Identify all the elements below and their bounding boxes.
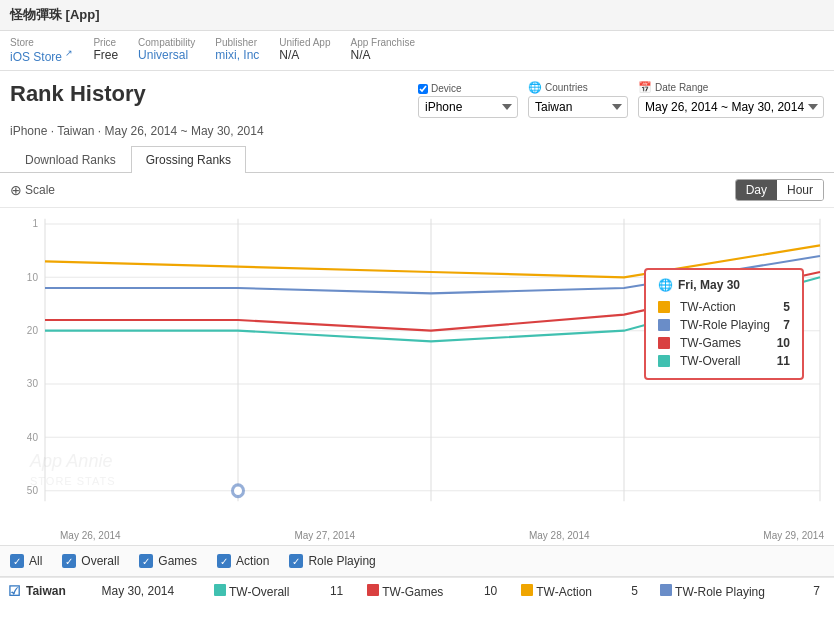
x-label-may29: May 29, 2014	[763, 530, 824, 541]
action-color-dot	[658, 301, 670, 313]
x-axis-labels: May 26, 2014 May 27, 2014 May 28, 2014 M…	[0, 528, 834, 545]
device-select[interactable]: iPhone iPad All	[418, 96, 518, 118]
controls-area: Device iPhone iPad All 🌐 Countries Taiwa…	[418, 81, 824, 118]
table-country: ☑ Taiwan	[0, 578, 93, 605]
svg-text:20: 20	[27, 325, 38, 336]
rank-history-title-area: Rank History	[10, 81, 146, 107]
roleplaying-dot	[660, 584, 672, 596]
chart-toolbar: ⊕ Scale Day Hour	[0, 173, 834, 208]
app-title: 怪物彈珠 [App]	[0, 0, 834, 31]
device-control: Device iPhone iPad All	[418, 83, 518, 118]
games-dot	[367, 584, 379, 596]
tab-download-ranks[interactable]: Download Ranks	[10, 146, 131, 173]
overall-value: 11	[777, 354, 790, 368]
meta-franchise-value: N/A	[350, 48, 414, 62]
tooltip-row-overall: TW-Overall 11	[658, 352, 790, 370]
tooltip-row-games: TW-Games 10	[658, 334, 790, 352]
svg-text:1: 1	[32, 218, 38, 229]
legend-roleplaying[interactable]: ✓ Role Playing	[289, 554, 375, 568]
tooltip-date: 🌐 Fri, May 30	[658, 278, 790, 292]
meta-publisher-label: Publisher	[215, 37, 259, 48]
table-entry-3-val: 7	[805, 578, 834, 605]
globe-icon: 🌐	[658, 278, 673, 292]
action-value: 5	[783, 300, 790, 314]
scale-control: ⊕ Scale	[10, 182, 55, 198]
tooltip-box: 🌐 Fri, May 30 TW-Action 5 TW-Role Playin…	[644, 268, 804, 380]
device-checkbox[interactable]	[418, 84, 428, 94]
x-label-may27: May 27, 2014	[294, 530, 355, 541]
svg-text:10: 10	[27, 271, 38, 282]
meta-unified-label: Unified App	[279, 37, 330, 48]
meta-franchise-label: App Franchise	[350, 37, 414, 48]
legend-games-check: ✓	[139, 554, 153, 568]
meta-publisher-value: mixi, Inc	[215, 48, 259, 62]
roleplaying-color-dot	[658, 319, 670, 331]
legend-action[interactable]: ✓ Action	[217, 554, 269, 568]
table-row: ☑ Taiwan May 30, 2014 TW-Overall 11 TW-G…	[0, 578, 834, 605]
games-color-dot	[658, 337, 670, 349]
meta-store-label: Store	[10, 37, 73, 48]
legend-roleplaying-check: ✓	[289, 554, 303, 568]
x-label-may28: May 28, 2014	[529, 530, 590, 541]
meta-franchise: App Franchise N/A	[350, 37, 414, 62]
legend-overall[interactable]: ✓ Overall	[62, 554, 119, 568]
checkbox-icon[interactable]: ☑	[8, 583, 21, 599]
overall-color-dot	[658, 355, 670, 367]
overall-dot	[214, 584, 226, 596]
legend-overall-check: ✓	[62, 554, 76, 568]
hour-toggle-button[interactable]: Hour	[777, 180, 823, 200]
legend-all-label: All	[29, 554, 42, 568]
roleplaying-value: 7	[783, 318, 790, 332]
watermark: App Annie STORE STATS	[30, 450, 116, 488]
overall-label: TW-Overall	[680, 354, 767, 368]
table-entry-2: TW-Action	[513, 578, 623, 605]
meta-unified: Unified App N/A	[279, 37, 330, 62]
action-dot	[521, 584, 533, 596]
games-value: 10	[777, 336, 790, 350]
svg-text:30: 30	[27, 378, 38, 389]
legend-games[interactable]: ✓ Games	[139, 554, 197, 568]
svg-text:40: 40	[27, 431, 38, 442]
table-entry-1: TW-Games	[359, 578, 476, 605]
action-label: TW-Action	[680, 300, 773, 314]
tab-grossing-ranks[interactable]: Grossing Ranks	[131, 146, 246, 173]
legend-all[interactable]: ✓ All	[10, 554, 42, 568]
watermark-line1: App Annie	[30, 450, 116, 473]
legend-action-label: Action	[236, 554, 269, 568]
chart-subtitle: iPhone · Taiwan · May 26, 2014 ~ May 30,…	[0, 122, 834, 146]
date-range-label: 📅 Date Range	[638, 81, 824, 94]
table-entry-0-val: 11	[322, 578, 359, 605]
meta-bar: Store iOS Store ↗ Price Free Compatibili…	[0, 31, 834, 71]
countries-label: 🌐 Countries	[528, 81, 628, 94]
tooltip-row-roleplaying: TW-Role Playing 7	[658, 316, 790, 334]
tabs-bar: Download Ranks Grossing Ranks	[0, 146, 834, 173]
rank-history-header: Rank History Device iPhone iPad All 🌐 Co…	[0, 71, 834, 122]
data-table: ☑ Taiwan May 30, 2014 TW-Overall 11 TW-G…	[0, 577, 834, 604]
day-hour-toggle: Day Hour	[735, 179, 824, 201]
chart-area: 1 10 20 30 40 50 🌐	[0, 208, 834, 528]
legend-games-label: Games	[158, 554, 197, 568]
rank-history-title: Rank History	[10, 81, 146, 107]
table-date: May 30, 2014	[93, 578, 205, 605]
table-entry-0: TW-Overall	[206, 578, 322, 605]
meta-compatibility-value: Universal	[138, 48, 195, 62]
date-range-select[interactable]: May 26, 2014 ~ May 30, 2014	[638, 96, 824, 118]
magnify-icon: ⊕	[10, 182, 22, 198]
meta-publisher: Publisher mixi, Inc	[215, 37, 259, 62]
x-label-may26: May 26, 2014	[60, 530, 121, 541]
watermark-line2: STORE STATS	[30, 474, 116, 488]
legend-all-check: ✓	[10, 554, 24, 568]
meta-compatibility: Compatibility Universal	[138, 37, 195, 62]
meta-store: Store iOS Store ↗	[10, 37, 73, 64]
table-entry-3: TW-Role Playing	[652, 578, 805, 605]
legend-roleplaying-label: Role Playing	[308, 554, 375, 568]
date-range-control: 📅 Date Range May 26, 2014 ~ May 30, 2014	[638, 81, 824, 118]
legend-bar: ✓ All ✓ Overall ✓ Games ✓ Action ✓ Role …	[0, 545, 834, 577]
meta-unified-value: N/A	[279, 48, 330, 62]
meta-store-value[interactable]: iOS Store ↗	[10, 48, 73, 64]
day-toggle-button[interactable]: Day	[736, 180, 777, 200]
games-label: TW-Games	[680, 336, 767, 350]
roleplaying-label: TW-Role Playing	[680, 318, 773, 332]
meta-price-value: Free	[93, 48, 118, 62]
countries-select[interactable]: Taiwan Japan USA	[528, 96, 628, 118]
